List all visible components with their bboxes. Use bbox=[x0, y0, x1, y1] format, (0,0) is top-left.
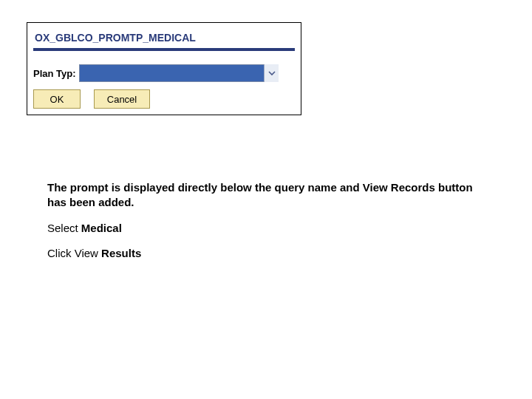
plan-type-select-value bbox=[79, 64, 279, 82]
plan-type-select[interactable] bbox=[79, 64, 279, 82]
instruction-line-2-bold: Medical bbox=[81, 222, 122, 234]
title-underline bbox=[33, 48, 295, 51]
instruction-line-2-prefix: Select bbox=[47, 222, 81, 234]
cancel-button[interactable]: Cancel bbox=[94, 89, 150, 109]
instruction-line-3-bold: Results bbox=[101, 247, 141, 259]
instruction-text: The prompt is displayed directly below t… bbox=[47, 180, 482, 271]
instruction-line-1: The prompt is displayed directly below t… bbox=[47, 181, 473, 208]
button-row: OK Cancel bbox=[33, 89, 295, 109]
instruction-line-3-prefix: Click View bbox=[47, 247, 101, 259]
query-prompt-panel: OX_GBLCO_PROMTP_MEDICAL Plan Typ: OK Can… bbox=[27, 22, 301, 115]
plan-type-label: Plan Typ: bbox=[33, 68, 79, 79]
query-title: OX_GBLCO_PROMTP_MEDICAL bbox=[33, 27, 295, 48]
chevron-down-icon[interactable] bbox=[264, 64, 279, 82]
plan-type-row: Plan Typ: bbox=[33, 64, 295, 82]
ok-button[interactable]: OK bbox=[33, 89, 81, 109]
